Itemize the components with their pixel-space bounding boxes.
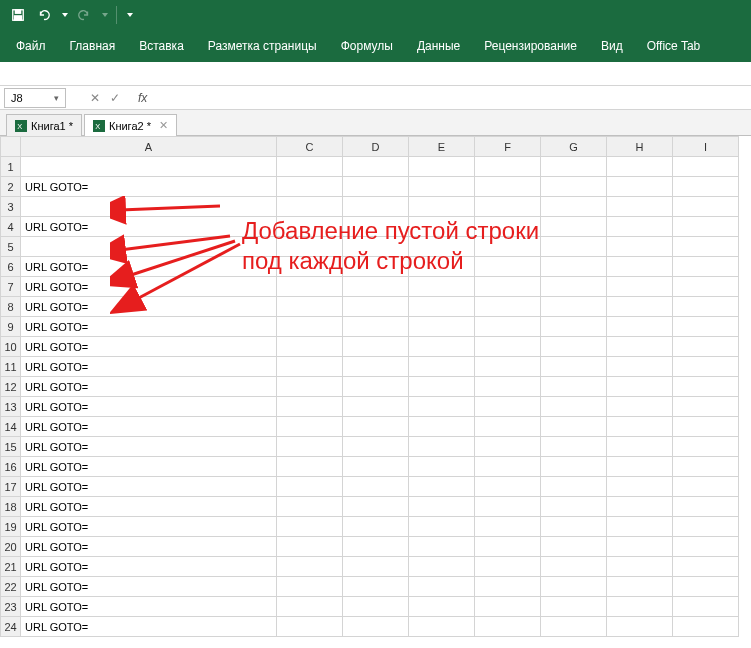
row-header-3[interactable]: 3 — [1, 197, 21, 217]
undo-icon[interactable] — [34, 5, 54, 25]
cell-D17[interactable] — [343, 477, 409, 497]
cell-F1[interactable] — [475, 157, 541, 177]
cell-G1[interactable] — [541, 157, 607, 177]
cell-A1[interactable] — [21, 157, 277, 177]
cell-H7[interactable] — [607, 277, 673, 297]
cell-I11[interactable] — [673, 357, 739, 377]
cell-C6[interactable] — [277, 257, 343, 277]
tab-review[interactable]: Рецензирование — [472, 30, 589, 62]
cell-A6[interactable]: URL GOTO= — [21, 257, 277, 277]
save-icon[interactable] — [8, 5, 28, 25]
column-header-H[interactable]: H — [607, 137, 673, 157]
cell-E3[interactable] — [409, 197, 475, 217]
row-header-7[interactable]: 7 — [1, 277, 21, 297]
formula-bar[interactable] — [151, 88, 747, 108]
cell-G21[interactable] — [541, 557, 607, 577]
cell-G8[interactable] — [541, 297, 607, 317]
cell-C21[interactable] — [277, 557, 343, 577]
cell-G14[interactable] — [541, 417, 607, 437]
cell-F13[interactable] — [475, 397, 541, 417]
tab-home[interactable]: Главная — [58, 30, 128, 62]
cell-H3[interactable] — [607, 197, 673, 217]
cell-A3[interactable] — [21, 197, 277, 217]
cell-E4[interactable] — [409, 217, 475, 237]
close-tab-icon[interactable]: ✕ — [159, 119, 168, 132]
cell-I5[interactable] — [673, 237, 739, 257]
tab-data[interactable]: Данные — [405, 30, 472, 62]
cell-G4[interactable] — [541, 217, 607, 237]
cell-I4[interactable] — [673, 217, 739, 237]
cell-G2[interactable] — [541, 177, 607, 197]
cell-A9[interactable]: URL GOTO= — [21, 317, 277, 337]
cell-D1[interactable] — [343, 157, 409, 177]
cell-E8[interactable] — [409, 297, 475, 317]
tab-file[interactable]: Файл — [4, 30, 58, 62]
cell-H2[interactable] — [607, 177, 673, 197]
cell-G19[interactable] — [541, 517, 607, 537]
cell-G24[interactable] — [541, 617, 607, 637]
cell-D23[interactable] — [343, 597, 409, 617]
cell-F8[interactable] — [475, 297, 541, 317]
cell-E22[interactable] — [409, 577, 475, 597]
cell-E12[interactable] — [409, 377, 475, 397]
cell-E14[interactable] — [409, 417, 475, 437]
cell-A17[interactable]: URL GOTO= — [21, 477, 277, 497]
cell-F5[interactable] — [475, 237, 541, 257]
row-header-14[interactable]: 14 — [1, 417, 21, 437]
row-header-2[interactable]: 2 — [1, 177, 21, 197]
workbook-tab-1[interactable]: X Книга1 * — [6, 114, 82, 136]
cell-A11[interactable]: URL GOTO= — [21, 357, 277, 377]
row-header-5[interactable]: 5 — [1, 237, 21, 257]
cell-C23[interactable] — [277, 597, 343, 617]
cell-F6[interactable] — [475, 257, 541, 277]
cell-G18[interactable] — [541, 497, 607, 517]
cell-E23[interactable] — [409, 597, 475, 617]
cell-A23[interactable]: URL GOTO= — [21, 597, 277, 617]
fx-icon[interactable]: fx — [138, 91, 147, 105]
cell-D2[interactable] — [343, 177, 409, 197]
cell-I12[interactable] — [673, 377, 739, 397]
column-header-C[interactable]: C — [277, 137, 343, 157]
cell-A22[interactable]: URL GOTO= — [21, 577, 277, 597]
cell-G23[interactable] — [541, 597, 607, 617]
cell-D13[interactable] — [343, 397, 409, 417]
cell-E11[interactable] — [409, 357, 475, 377]
row-header-11[interactable]: 11 — [1, 357, 21, 377]
tab-office-tab[interactable]: Office Tab — [635, 30, 713, 62]
cell-E20[interactable] — [409, 537, 475, 557]
row-header-6[interactable]: 6 — [1, 257, 21, 277]
cell-G22[interactable] — [541, 577, 607, 597]
cell-C22[interactable] — [277, 577, 343, 597]
row-header-1[interactable]: 1 — [1, 157, 21, 177]
cell-D3[interactable] — [343, 197, 409, 217]
cell-D15[interactable] — [343, 437, 409, 457]
row-header-16[interactable]: 16 — [1, 457, 21, 477]
column-header-F[interactable]: F — [475, 137, 541, 157]
cell-E5[interactable] — [409, 237, 475, 257]
cell-D4[interactable] — [343, 217, 409, 237]
cell-A15[interactable]: URL GOTO= — [21, 437, 277, 457]
cell-H8[interactable] — [607, 297, 673, 317]
row-header-19[interactable]: 19 — [1, 517, 21, 537]
cell-A19[interactable]: URL GOTO= — [21, 517, 277, 537]
row-header-20[interactable]: 20 — [1, 537, 21, 557]
cell-A2[interactable]: URL GOTO= — [21, 177, 277, 197]
cell-E9[interactable] — [409, 317, 475, 337]
cell-C10[interactable] — [277, 337, 343, 357]
cell-H16[interactable] — [607, 457, 673, 477]
cell-H13[interactable] — [607, 397, 673, 417]
cell-H5[interactable] — [607, 237, 673, 257]
cell-F24[interactable] — [475, 617, 541, 637]
cell-F20[interactable] — [475, 537, 541, 557]
cell-C16[interactable] — [277, 457, 343, 477]
name-box-dropdown-icon[interactable]: ▾ — [54, 93, 59, 103]
row-header-8[interactable]: 8 — [1, 297, 21, 317]
cell-C4[interactable] — [277, 217, 343, 237]
row-header-23[interactable]: 23 — [1, 597, 21, 617]
accept-formula-icon[interactable]: ✓ — [110, 91, 120, 105]
cell-A5[interactable] — [21, 237, 277, 257]
customize-qat-icon[interactable] — [127, 13, 133, 17]
cell-H1[interactable] — [607, 157, 673, 177]
cell-I2[interactable] — [673, 177, 739, 197]
cell-A13[interactable]: URL GOTO= — [21, 397, 277, 417]
